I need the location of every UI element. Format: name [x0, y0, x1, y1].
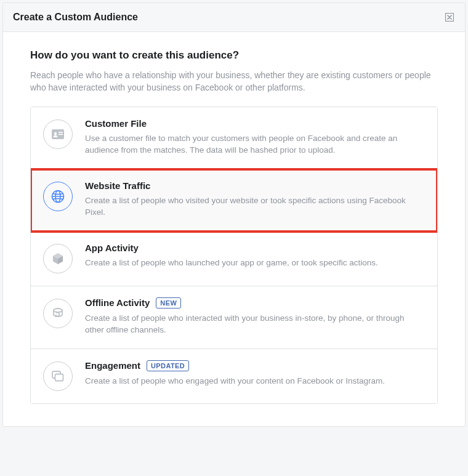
modal-header: Create a Custom Audience [3, 3, 465, 32]
option-desc: Create a list of people who interacted w… [85, 312, 425, 336]
cards-icon [43, 361, 73, 391]
cube-icon [43, 244, 73, 273]
option-title: Customer File [85, 118, 147, 129]
question-heading: How do you want to create this audience? [30, 49, 438, 62]
option-website-traffic[interactable]: Website Traffic Create a list of people … [31, 169, 437, 232]
svg-rect-3 [58, 132, 63, 133]
svg-point-8 [54, 309, 62, 312]
updated-badge: UPDATED [147, 360, 189, 371]
svg-rect-4 [58, 134, 63, 135]
option-desc: Create a list of people who visited your… [85, 195, 425, 219]
option-customer-file[interactable]: Customer File Use a customer file to mat… [31, 107, 437, 169]
option-body: App Activity Create a list of people who… [85, 243, 425, 269]
svg-rect-10 [55, 374, 63, 381]
new-badge: NEW [156, 297, 181, 309]
option-title: Website Traffic [85, 180, 150, 191]
option-title: Offline Activity [85, 297, 150, 308]
create-custom-audience-modal: Create a Custom Audience How do you want… [2, 2, 466, 427]
close-button[interactable] [444, 12, 455, 23]
option-engagement[interactable]: Engagement UPDATED Create a list of peop… [31, 349, 437, 403]
option-desc: Use a customer file to match your custom… [85, 132, 425, 156]
option-app-activity[interactable]: App Activity Create a list of people who… [31, 232, 437, 286]
option-desc: Create a list of people who engaged with… [85, 375, 425, 387]
close-icon [445, 13, 454, 22]
option-title: Engagement [85, 360, 140, 371]
option-body: Engagement UPDATED Create a list of peop… [85, 360, 425, 387]
audience-source-list: Customer File Use a customer file to mat… [30, 107, 438, 404]
globe-icon [43, 182, 73, 211]
option-body: Customer File Use a customer file to mat… [85, 118, 425, 156]
question-subtitle: Reach people who have a relationship wit… [30, 69, 438, 94]
option-body: Offline Activity NEW Create a list of pe… [85, 297, 425, 336]
svg-point-2 [54, 132, 57, 134]
contact-card-icon [43, 119, 73, 149]
modal-body: How do you want to create this audience?… [3, 32, 465, 426]
option-desc: Create a list of people who launched you… [85, 257, 425, 269]
option-offline-activity[interactable]: Offline Activity NEW Create a list of pe… [31, 286, 437, 349]
modal-title: Create a Custom Audience [13, 12, 138, 23]
option-title: App Activity [85, 243, 139, 253]
database-sync-icon [43, 299, 73, 328]
option-body: Website Traffic Create a list of people … [85, 180, 425, 219]
